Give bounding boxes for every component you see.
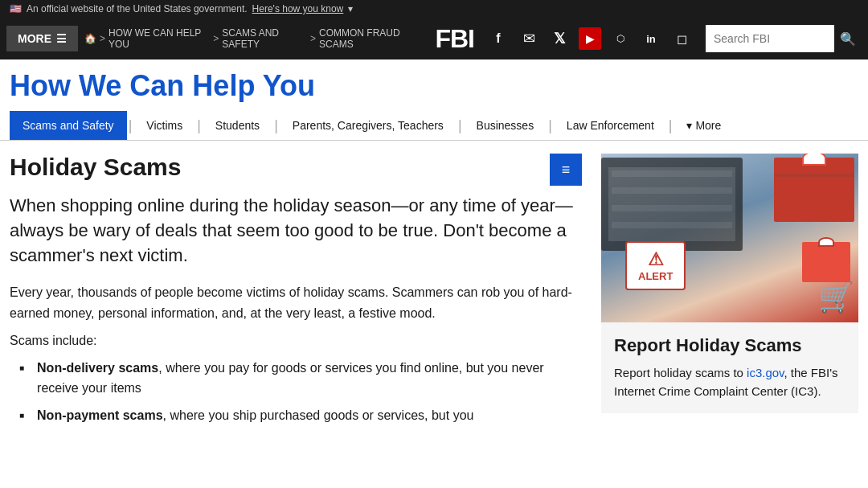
article-wrapper: Holiday Scams When shopping online durin… — [10, 154, 582, 432]
ic3-link[interactable]: ic3.gov — [747, 366, 784, 379]
sidebar-report-title: Report Holiday Scams — [614, 335, 845, 356]
article-scams-include: Scams include: — [10, 334, 582, 348]
subnav-victims[interactable]: Victims — [133, 111, 195, 140]
search-button[interactable]: 🔍 — [834, 25, 862, 52]
fbi-logo[interactable]: FBI — [428, 24, 481, 54]
twitter-x-icon[interactable]: 𝕏 — [548, 27, 571, 50]
non-payment-bold: Non-payment scams — [37, 408, 163, 422]
list-item-text-1: Non-delivery scams, where you pay for go… — [37, 358, 582, 399]
subnav-sep-5: | — [547, 117, 554, 134]
breadcrumb: 🏠 > HOW WE CAN HELP YOU > SCAMS AND SAFE… — [84, 27, 422, 50]
hamburger-icon: ☰ — [56, 32, 67, 45]
gift-box-red — [774, 158, 854, 222]
breadcrumb-separator-1: > — [100, 33, 105, 44]
article-list: Non-delivery scams, where you pay for go… — [10, 358, 582, 426]
linkedin-icon[interactable]: in — [640, 27, 662, 50]
sidebar-image: ⚠ ALERT 🛒 — [601, 154, 858, 322]
search-box: 🔍 — [706, 25, 862, 52]
gift-box-2 — [802, 242, 850, 282]
breadcrumb-scams-safety[interactable]: SCAMS AND SAFETY — [222, 27, 307, 50]
shopping-cart-icon: 🛒 — [818, 281, 854, 314]
sidebar-report-box: Report Holiday Scams Report holiday scam… — [601, 322, 858, 413]
keyboard-shape — [608, 167, 735, 241]
list-item-non-payment: Non-payment scams, where you ship purcha… — [19, 405, 582, 426]
gov-banner-link[interactable]: Here's how you know — [252, 3, 344, 14]
sidebar-report-text: Report holiday scams to ic3.gov, the FBI… — [614, 364, 845, 400]
flickr-icon[interactable]: ⬡ — [609, 27, 632, 50]
sub-nav: Scams and Safety | Victims | Students | … — [0, 111, 868, 141]
laptop-shape — [601, 158, 743, 251]
article-body-1: Every year, thousands of people become v… — [10, 282, 582, 323]
subnav-sep-4: | — [457, 117, 464, 134]
non-delivery-bold: Non-delivery scams — [37, 361, 158, 375]
instagram-icon[interactable]: ◻ — [670, 27, 693, 50]
sidebar-image-background: ⚠ ALERT 🛒 — [601, 154, 858, 322]
facebook-icon[interactable]: f — [487, 27, 510, 50]
more-button[interactable]: MORE ☰ — [6, 26, 78, 51]
page-title-area: How We Can Help You — [0, 59, 868, 103]
article-title: Holiday Scams — [10, 154, 582, 181]
breadcrumb-how-we-can-help[interactable]: HOW WE CAN HELP YOU — [108, 27, 210, 50]
more-label: MORE — [18, 32, 51, 45]
top-nav: MORE ☰ 🏠 > HOW WE CAN HELP YOU > SCAMS A… — [0, 18, 868, 59]
toc-button[interactable]: ≡ — [550, 154, 582, 186]
sidebar: ⚠ ALERT 🛒 Report Holiday Scams Report — [601, 154, 858, 432]
alert-triangle-icon: ⚠ — [648, 249, 664, 270]
chevron-down-icon: ▾ — [686, 119, 695, 132]
page-title: How We Can Help You — [10, 69, 858, 103]
subnav-parents[interactable]: Parents, Caregivers, Teachers — [280, 111, 457, 140]
subnav-sep-3: | — [272, 117, 280, 134]
non-payment-text: , where you ship purchased goods or serv… — [163, 408, 474, 422]
article-area: Holiday Scams When shopping online durin… — [10, 154, 582, 425]
gov-banner-text: An official website of the United States… — [27, 3, 248, 14]
breadcrumb-common-fraud[interactable]: COMMON FRAUD SCAMS — [319, 27, 422, 50]
breadcrumb-home[interactable]: 🏠 — [84, 33, 96, 44]
alert-label: ALERT — [638, 270, 673, 282]
youtube-icon[interactable]: ▶ — [579, 27, 601, 50]
social-icons: f ✉ 𝕏 ▶ ⬡ in ◻ — [487, 27, 693, 50]
report-text-before: Report holiday scams to — [614, 366, 747, 379]
subnav-more[interactable]: ▾ More — [674, 111, 734, 140]
subnav-sep-6: | — [667, 117, 674, 134]
breadcrumb-separator-2: > — [213, 33, 219, 44]
subnav-students[interactable]: Students — [203, 111, 272, 140]
search-input[interactable] — [706, 25, 834, 52]
main-content: Holiday Scams When shopping online durin… — [0, 141, 868, 445]
subnav-sep-1: | — [127, 117, 134, 134]
subnav-scams-safety[interactable]: Scams and Safety — [10, 111, 127, 140]
list-item-text-2: Non-payment scams, where you ship purcha… — [37, 405, 473, 426]
list-item-non-delivery: Non-delivery scams, where you pay for go… — [19, 358, 582, 399]
chevron-down-icon: ▾ — [348, 3, 353, 14]
subnav-sep-2: | — [195, 117, 203, 134]
gov-banner: 🇺🇸 An official website of the United Sta… — [0, 0, 868, 18]
flag-icon: 🇺🇸 — [10, 3, 22, 14]
breadcrumb-separator-3: > — [310, 33, 316, 44]
subnav-businesses[interactable]: Businesses — [464, 111, 547, 140]
alert-box: ⚠ ALERT — [625, 241, 686, 290]
article-intro: When shopping online during the holiday … — [10, 194, 582, 268]
subnav-law-enforcement[interactable]: Law Enforcement — [554, 111, 667, 140]
email-icon[interactable]: ✉ — [518, 27, 540, 50]
